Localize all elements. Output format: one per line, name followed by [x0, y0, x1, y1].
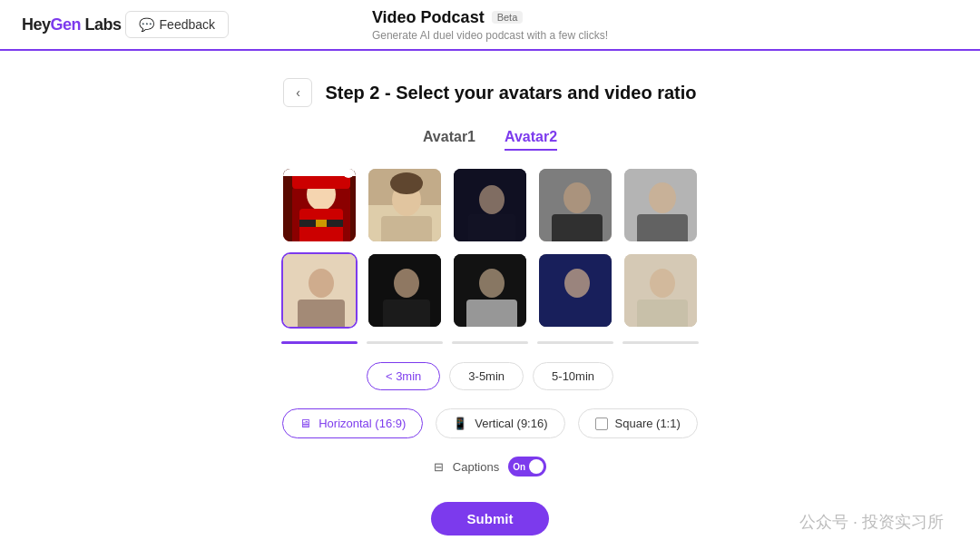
avatar-card-3[interactable] [452, 167, 528, 243]
ratio-btn-vertical[interactable]: 📱 Vertical (9:16) [436, 408, 564, 438]
avatar-image-7 [368, 254, 441, 327]
avatar-image-8 [454, 254, 526, 327]
svg-rect-46 [624, 254, 699, 329]
svg-rect-14 [368, 169, 443, 243]
duration-btn-5min[interactable]: 3-5min [449, 362, 524, 390]
duration-btn-3min[interactable]: < 3min [367, 362, 440, 390]
avatar-card-4[interactable] [537, 167, 613, 243]
scroll-bar-5 [622, 341, 699, 344]
header-subtitle: Generate AI duel video podcast with a fe… [372, 29, 608, 42]
header-title: Video Podcast Beta [372, 8, 608, 27]
logo-text: HeyGen Labs [22, 15, 122, 34]
avatar-image-6 [283, 254, 356, 327]
avatar-image-1 [283, 169, 356, 241]
avatar-image-9 [539, 254, 612, 327]
avatar-card-5[interactable] [622, 167, 699, 243]
svg-rect-18 [454, 169, 528, 243]
avatar-tabs: Avatar1 Avatar2 [423, 129, 557, 151]
toggle-knob [529, 459, 544, 474]
svg-rect-30 [283, 254, 358, 329]
scroll-indicators [281, 341, 699, 344]
toggle-label: On [513, 462, 525, 472]
feedback-button[interactable]: 💬 Feedback [125, 11, 229, 38]
duration-options: < 3min 3-5min 5-10min [367, 362, 613, 390]
step-header: ‹ Step 2 - Select your avatars and video… [283, 78, 696, 107]
main-content: ‹ Step 2 - Select your avatars and video… [0, 51, 980, 535]
avatar-card-2[interactable] [367, 167, 443, 243]
step-title: Step 2 - Select your avatars and video r… [325, 83, 696, 103]
svg-rect-8 [316, 220, 327, 227]
duration-btn-10min[interactable]: 5-10min [533, 362, 613, 390]
watermark: 公众号 · 投资实习所 [799, 511, 944, 533]
avatar-card-1[interactable] [281, 167, 358, 243]
avatar-card-10[interactable] [622, 252, 699, 329]
ratio-btn-horizontal[interactable]: 🖥 Horizontal (16:9) [282, 408, 423, 438]
beta-badge: Beta [492, 11, 524, 24]
avatar-card-9[interactable] [537, 252, 613, 329]
avatar-image-4 [539, 169, 612, 241]
scroll-bar-4 [537, 341, 613, 344]
feedback-label: Feedback [160, 17, 215, 32]
svg-rect-34 [368, 254, 443, 329]
captions-toggle[interactable]: On [508, 457, 546, 476]
scroll-bar-2 [367, 341, 443, 344]
ratio-btn-square[interactable]: Square (1:1) [578, 408, 698, 438]
svg-rect-26 [624, 169, 699, 243]
back-icon: ‹ [296, 85, 300, 100]
svg-rect-38 [454, 254, 528, 329]
logo: HeyGen Labs 💬 Feedback [22, 11, 229, 38]
captions-icon: ⊟ [434, 460, 444, 474]
submit-button[interactable]: Submit [431, 502, 550, 535]
avatar-image-2 [368, 169, 441, 241]
svg-rect-22 [539, 169, 613, 243]
scroll-bar-3 [452, 341, 528, 344]
monitor-icon: 🖥 [299, 417, 311, 430]
header: HeyGen Labs 💬 Feedback Video Podcast Bet… [0, 0, 980, 51]
phone-icon: 📱 [453, 417, 467, 430]
ratio-options: 🖥 Horizontal (16:9) 📱 Vertical (9:16) Sq… [282, 408, 698, 438]
captions-label: Captions [453, 460, 499, 474]
avatar-image-10 [624, 254, 697, 327]
feedback-icon: 💬 [139, 17, 154, 32]
avatar-image-5 [624, 169, 697, 241]
svg-rect-42 [539, 254, 613, 329]
avatar-card-7[interactable] [367, 252, 443, 329]
tab-avatar2[interactable]: Avatar2 [505, 129, 557, 151]
square-checkbox-icon [595, 418, 608, 430]
header-center: Video Podcast Beta Generate AI duel vide… [372, 8, 608, 42]
avatar-grid [281, 167, 699, 329]
captions-row: ⊟ Captions On [434, 457, 546, 476]
avatar-card-8[interactable] [452, 252, 528, 329]
tab-avatar1[interactable]: Avatar1 [423, 129, 475, 151]
avatar-card-6[interactable] [281, 252, 358, 329]
back-button[interactable]: ‹ [283, 78, 312, 107]
scroll-bar-1 [281, 341, 358, 344]
avatar-image-3 [454, 169, 526, 241]
